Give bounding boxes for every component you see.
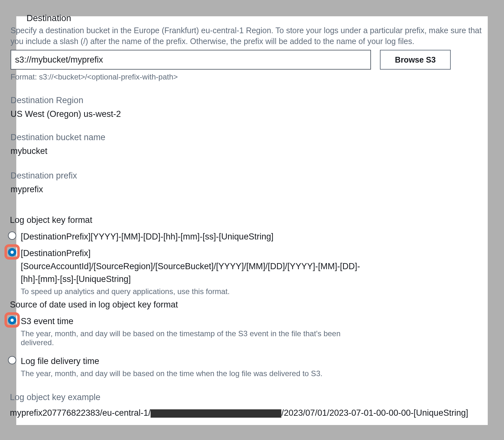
destination-bucket-input[interactable] (11, 50, 371, 70)
date-source-option-event-time-help: The year, month, and day will be based o… (21, 329, 359, 347)
destination-panel: Destination Specify a destination bucket… (16, 16, 488, 425)
log-key-example-value: myprefix207776822383/eu-central-1//2023/… (10, 406, 479, 420)
radio-icon (8, 231, 16, 240)
date-source-option-delivery-time[interactable]: Log file delivery time The year, month, … (8, 355, 467, 378)
browse-s3-button[interactable]: Browse S3 (380, 50, 451, 70)
example-prefix-part: myprefix207776822383/eu-central-1/ (10, 408, 151, 418)
destination-bucket-block: Destination bucket name mybucket (11, 133, 105, 156)
log-key-format-title: Log object key format (10, 215, 92, 225)
key-format-option-detailed[interactable]: [DestinationPrefix][SourceAccountId]/[So… (8, 247, 467, 296)
redacted-block-icon (151, 409, 281, 418)
key-format-option-detailed-help: To speed up analytics and query applicat… (21, 287, 467, 296)
destination-region-label: Destination Region (11, 95, 121, 105)
destination-bucket-value: mybucket (11, 146, 105, 156)
date-source-option-delivery-time-label: Log file delivery time (21, 355, 467, 368)
radio-icon (8, 248, 16, 256)
destination-input-row: Browse S3 (11, 50, 486, 70)
destination-region-block: Destination Region US West (Oregon) us-w… (11, 95, 121, 119)
radio-icon (8, 356, 16, 364)
log-key-example-title: Log object key example (10, 392, 100, 402)
destination-prefix-value: myprefix (11, 185, 77, 194)
destination-prefix-label: Destination prefix (11, 171, 77, 181)
key-format-option-detailed-label: [DestinationPrefix][SourceAccountId]/[So… (21, 247, 365, 286)
date-source-option-delivery-time-help: The year, month, and day will be based o… (21, 369, 467, 378)
radio-icon (8, 316, 16, 324)
key-format-option-simple[interactable]: [DestinationPrefix][YYYY]-[MM]-[DD]-[hh]… (8, 230, 467, 243)
key-format-option-simple-label: [DestinationPrefix][YYYY]-[MM]-[DD]-[hh]… (21, 230, 467, 243)
destination-region-value: US West (Oregon) us-west-2 (11, 109, 121, 119)
destination-description: Specify a destination bucket in the Euro… (11, 25, 486, 47)
destination-bucket-label: Destination bucket name (11, 133, 105, 142)
date-source-option-event-time-label: S3 event time (21, 315, 467, 328)
destination-prefix-block: Destination prefix myprefix (11, 171, 77, 194)
example-suffix-part: /2023/07/01/2023-07-01-00-00-00-[UniqueS… (281, 408, 468, 418)
date-source-option-event-time[interactable]: S3 event time The year, month, and day w… (8, 315, 467, 347)
date-source-title: Source of date used in log object key fo… (10, 300, 178, 310)
destination-format-hint: Format: s3://<bucket>/<optional-prefix-w… (11, 72, 178, 81)
destination-heading: Destination (26, 13, 71, 23)
